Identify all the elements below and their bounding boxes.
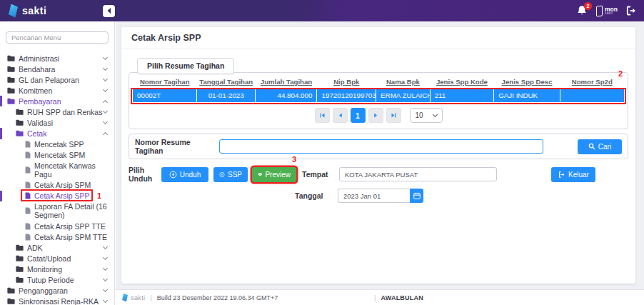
preview-button[interactable]: 3 Preview bbox=[252, 167, 296, 182]
sidebar-item-cetak-arsip-spp[interactable]: Cetak Arsip SPP1 bbox=[0, 191, 114, 201]
table-cell: GAJI INDUK bbox=[494, 89, 560, 102]
monsakti-logo[interactable]: mon sakti bbox=[596, 6, 618, 16]
column-header-nomor-tagihan[interactable]: Nomor Tagihan bbox=[133, 76, 196, 89]
download-icon bbox=[219, 171, 225, 179]
footer-divider: | bbox=[374, 294, 376, 301]
footer-brand-text: sakti bbox=[131, 294, 146, 301]
sidebar-item-ruh-spp-dan-renkas[interactable]: RUH SPP dan Renkas bbox=[0, 106, 114, 117]
chevron-down-icon bbox=[103, 87, 108, 92]
column-header-jenis-spp-kode[interactable]: Jenis Spp Kode bbox=[430, 76, 493, 89]
sidebar-item-penganggaran[interactable]: Penganggaran bbox=[0, 285, 114, 296]
folder-icon bbox=[16, 130, 24, 136]
sidebar-item-label: RUH SPP dan Renkas bbox=[27, 108, 102, 116]
chevron-down-icon bbox=[103, 55, 108, 60]
ssp-button[interactable]: SSP bbox=[213, 167, 248, 182]
sidebar-item-mencetak-spm[interactable]: Mencetak SPM bbox=[0, 150, 114, 161]
column-header-jenis-spp-desc[interactable]: Jenis Spp Desc bbox=[494, 76, 560, 89]
unduh-button[interactable]: Unduh bbox=[161, 167, 208, 182]
file-icon bbox=[25, 166, 31, 174]
table-cell: 197201201997032001 bbox=[317, 89, 376, 102]
nomor-resume-input[interactable] bbox=[219, 139, 543, 154]
chevron-down-icon bbox=[432, 112, 437, 117]
folder-icon bbox=[7, 287, 15, 294]
sidebar-item-laporan-fa-detail-16-segmen[interactable]: Laporan FA Detail (16 Segmen) bbox=[0, 201, 114, 221]
notification-bell-icon[interactable]: 2 bbox=[576, 5, 588, 17]
tanggal-label: Tanggal bbox=[295, 191, 338, 200]
top-header: sakti 2 mon sakti bbox=[0, 0, 644, 21]
sidebar-item-label: Sinkronisasi Renja-RKA bbox=[19, 297, 99, 305]
sidebar-item-label: Komitmen bbox=[19, 86, 52, 95]
menu-search-input[interactable] bbox=[6, 31, 109, 44]
sidebar-item-administrasi[interactable]: Administrasi bbox=[0, 53, 114, 64]
calendar-button[interactable] bbox=[410, 189, 423, 203]
folder-icon bbox=[7, 55, 15, 61]
keluar-button[interactable]: Keluar bbox=[551, 167, 595, 182]
tanggal-input[interactable] bbox=[338, 189, 410, 203]
sidebar-item-sinkronisasi-renja-rka[interactable]: Sinkronisasi Renja-RKA bbox=[0, 296, 114, 305]
column-header-nip-bpk[interactable]: Nip Bpk bbox=[317, 76, 376, 89]
chevron-down-icon bbox=[103, 66, 108, 71]
sidebar-item-catat-upload[interactable]: Catat/Upload bbox=[0, 253, 114, 264]
sidebar-item-monitoring[interactable]: Monitoring bbox=[0, 264, 114, 274]
chevron-down-icon bbox=[103, 119, 108, 124]
page-title: Cetak Arsip SPP bbox=[121, 27, 635, 49]
logout-button[interactable] bbox=[625, 5, 637, 16]
sidebar-item-label: ADK bbox=[27, 244, 43, 252]
card-body: Pilih Resume Tagihan 2 Nomor TagihanTang… bbox=[121, 49, 635, 203]
chevron-down-icon bbox=[103, 298, 108, 303]
exit-icon bbox=[558, 171, 565, 179]
sidebar-item-adk[interactable]: ADK bbox=[0, 242, 114, 253]
tempat-input[interactable] bbox=[339, 167, 497, 181]
tempat-label: Tempat bbox=[302, 170, 339, 179]
sidebar-item-mencetak-kanwas-pagu[interactable]: Mencetak Kanwas Pagu bbox=[0, 161, 114, 180]
pagination-first-button[interactable] bbox=[315, 108, 330, 123]
app-brand-text: sakti bbox=[22, 5, 46, 16]
nomor-resume-label: Nomor Resume Tagihan bbox=[135, 138, 219, 155]
sidebar-item-komitmen[interactable]: Komitmen bbox=[0, 85, 114, 96]
chevron-up-icon bbox=[103, 100, 108, 105]
folder-icon bbox=[7, 298, 15, 304]
folder-icon bbox=[7, 87, 15, 94]
download-icon bbox=[169, 171, 177, 179]
sidebar-item-tutup-periode[interactable]: Tutup Periode bbox=[0, 274, 114, 285]
column-header-nomor-sp2d[interactable]: Nomor Sp2d bbox=[560, 76, 624, 89]
calendar-icon bbox=[413, 192, 421, 199]
column-header-nama-bpk[interactable]: Nama Bpk bbox=[376, 76, 431, 89]
sidebar-item-validasi[interactable]: Validasi bbox=[0, 117, 114, 128]
next-page-icon bbox=[373, 112, 379, 119]
search-icon bbox=[588, 143, 595, 150]
pagination-last-button[interactable] bbox=[386, 108, 401, 123]
folder-icon bbox=[16, 244, 24, 251]
sidebar: AdministrasiBendaharaGL dan PelaporanKom… bbox=[0, 21, 115, 305]
sidebar-item-cetak[interactable]: Cetak bbox=[0, 128, 114, 139]
chevron-down-icon bbox=[103, 276, 108, 281]
sidebar-item-gl-dan-pelaporan[interactable]: GL dan Pelaporan bbox=[0, 74, 114, 85]
cari-button[interactable]: Cari bbox=[578, 139, 622, 154]
page-size-value: 10 bbox=[416, 111, 423, 119]
environment-group: | AWALBULAN bbox=[374, 294, 423, 301]
sidebar-item-label: Mencetak SPM bbox=[34, 151, 85, 159]
pagination-prev-button[interactable] bbox=[333, 108, 348, 123]
footer-divider: | bbox=[151, 294, 152, 301]
folder-icon bbox=[7, 66, 15, 72]
sidebar-item-pembayaran[interactable]: Pembayaran bbox=[0, 96, 114, 106]
sidebar-item-cetak-arsip-spm-tte[interactable]: Cetak Arsip SPM TTE bbox=[0, 231, 114, 242]
table-cell: 44.804.000 bbox=[256, 89, 317, 102]
sidebar-item-mencetak-spp[interactable]: Mencetak SPP bbox=[0, 139, 114, 150]
column-header-jumlah-tagihan[interactable]: Jumlah Tagihan bbox=[256, 76, 317, 89]
sidebar-item-label: Cetak bbox=[27, 129, 46, 138]
column-header-tanggal-tagihan[interactable]: Tanggal Tagihan bbox=[196, 76, 256, 89]
annotation-marker-2: 2 bbox=[618, 69, 623, 78]
sidebar-collapse-button[interactable] bbox=[103, 5, 115, 17]
pagination-next-button[interactable] bbox=[368, 108, 383, 123]
pagination-page-1[interactable]: 1 bbox=[351, 108, 366, 123]
sidebar-item-label: GL dan Pelaporan bbox=[19, 76, 79, 84]
page-size-select[interactable]: 10 bbox=[410, 108, 443, 123]
sidebar-item-cetak-arsip-spm[interactable]: Cetak Arsip SPM bbox=[0, 180, 114, 191]
sakti-logo-icon bbox=[9, 4, 18, 18]
sidebar-item-cetak-arsip-spp-tte[interactable]: Cetak Arsip SPP TTE bbox=[0, 221, 114, 231]
table-row[interactable]: 00002T01-01-202344.804.00019720120199703… bbox=[133, 89, 624, 102]
tab-pilih-resume-tagihan[interactable]: Pilih Resume Tagihan bbox=[137, 58, 234, 74]
sidebar-item-bendahara[interactable]: Bendahara bbox=[0, 64, 114, 74]
folder-icon bbox=[16, 109, 24, 115]
